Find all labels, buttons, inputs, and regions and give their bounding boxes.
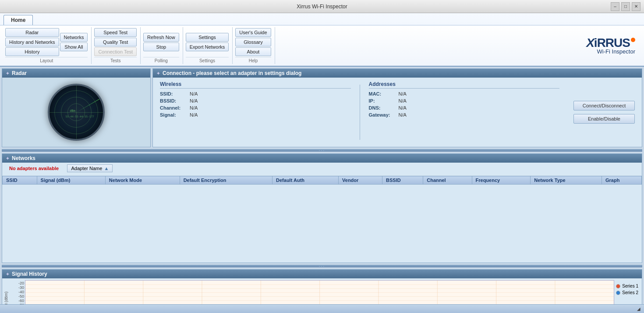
radar-body: dBm 55-44-55-44-55-177 xyxy=(2,78,150,147)
layout-label: Layout xyxy=(5,57,88,63)
col-vendor: Vendor xyxy=(339,176,382,185)
addresses-header: Addresses xyxy=(369,81,560,89)
logo-container: XiRRUS Wi-Fi Inspector xyxy=(586,37,635,55)
polling-col: Refresh Now Stop xyxy=(143,33,179,51)
series2-dot xyxy=(616,291,620,295)
show-all-button[interactable]: Show All xyxy=(60,43,88,51)
bottom-resizer[interactable] xyxy=(2,265,642,267)
col-bssid: BSSID xyxy=(382,176,423,185)
radar-title: Radar xyxy=(12,70,27,76)
adapter-sort-button[interactable]: Adapter Name ▲ xyxy=(67,164,113,172)
ssid-label: SSID: xyxy=(160,91,186,96)
connection-body: Wireless SSID: N/A BSSID: N/A Channel: N… xyxy=(153,78,566,147)
status-bar: ◢ xyxy=(0,304,644,313)
networks-header: ✦ Networks xyxy=(2,154,642,163)
logo-name: XiRRUS xyxy=(586,37,635,49)
history-button[interactable]: History xyxy=(5,47,59,56)
connection-collapse-icon[interactable]: ✦ xyxy=(156,71,160,76)
bssid-value: N/A xyxy=(190,98,198,103)
tests-buttons: Speed Test Quality Test Connection Test xyxy=(94,28,137,56)
settings-button[interactable]: Settings xyxy=(186,33,229,42)
ribbon-content: Radar History and Networks History Netwo… xyxy=(0,25,644,66)
signal-label: Signal: xyxy=(160,112,186,117)
gateway-value: N/A xyxy=(399,112,407,117)
about-button[interactable]: About xyxy=(235,47,271,56)
export-networks-button[interactable]: Export Networks xyxy=(186,43,229,51)
speed-test-button[interactable]: Speed Test xyxy=(94,28,137,37)
tests-col: Speed Test Quality Test Connection Test xyxy=(94,28,137,56)
y-val-0: -20 xyxy=(13,281,24,285)
connection-panel: ✦ Connection - please select an adapter … xyxy=(152,68,642,147)
legend-series2: Series 2 xyxy=(616,290,638,295)
enable-disable-button[interactable]: Enable/Disable xyxy=(573,114,635,124)
networks-table: SSID Signal (dBm) Network Mode Default E… xyxy=(2,176,642,185)
y-val-1: -30 xyxy=(13,285,24,290)
history-and-networks-button[interactable]: History and Networks xyxy=(5,38,59,46)
col-channel: Channel xyxy=(423,176,472,185)
help-col: User's Guide Glossary About xyxy=(235,28,271,56)
top-resizer[interactable] xyxy=(2,149,642,152)
sort-arrow-icon: ▲ xyxy=(104,166,109,171)
col-graph: Graph xyxy=(602,176,641,185)
y-val-3: -50 xyxy=(13,294,24,299)
radar-button[interactable]: Radar xyxy=(5,28,59,37)
polling-label: Polling xyxy=(143,57,179,63)
col-default-encryption: Default Encryption xyxy=(180,176,272,185)
mac-label: MAC: xyxy=(369,91,395,96)
logo-x: X xyxy=(586,36,594,50)
dns-label: DNS: xyxy=(369,105,395,110)
networks-collapse-icon[interactable]: ✦ xyxy=(6,156,9,161)
dns-row: DNS: N/A xyxy=(369,105,560,110)
ribbon-group-layout: Radar History and Networks History Netwo… xyxy=(4,27,92,64)
status-corner: ◢ xyxy=(637,306,640,311)
refresh-now-button[interactable]: Refresh Now xyxy=(143,33,179,42)
tab-home[interactable]: Home xyxy=(4,15,33,25)
gateway-label: Gateway: xyxy=(369,112,395,117)
series2-label: Series 2 xyxy=(622,290,638,295)
settings-col: Settings Export Networks xyxy=(186,33,229,51)
ribbon-group-help: User's Guide Glossary About Help xyxy=(234,27,275,64)
wireless-section: Wireless SSID: N/A BSSID: N/A Channel: N… xyxy=(160,81,351,143)
networks-controls: No adapters available Adapter Name ▲ xyxy=(2,163,642,176)
connection-content: Wireless SSID: N/A BSSID: N/A Channel: N… xyxy=(153,78,642,147)
series1-dot xyxy=(616,284,620,288)
channel-label: Channel: xyxy=(160,105,186,110)
gateway-row: Gateway: N/A xyxy=(369,112,560,117)
xirrus-logo: XiRRUS Wi-Fi Inspector xyxy=(586,27,640,64)
minimize-button[interactable]: – xyxy=(611,2,619,11)
close-button[interactable]: ✕ xyxy=(632,2,640,11)
mac-row: MAC: N/A xyxy=(369,91,560,96)
help-buttons: User's Guide Glossary About xyxy=(235,28,271,56)
logo-dot xyxy=(631,38,635,42)
ip-row: IP: N/A xyxy=(369,98,560,103)
radar-collapse-icon[interactable]: ✦ xyxy=(6,71,9,76)
main-content: ✦ Radar dBm 55-44-55-44-55-177 xyxy=(0,67,644,313)
top-row: ✦ Radar dBm 55-44-55-44-55-177 xyxy=(2,68,642,147)
networks-button[interactable]: Networks xyxy=(60,33,88,42)
col-default-auth: Default Auth xyxy=(272,176,339,185)
ip-label: IP: xyxy=(369,98,395,103)
networks-table-container: SSID Signal (dBm) Network Mode Default E… xyxy=(2,176,642,263)
settings-buttons: Settings Export Networks xyxy=(186,28,229,56)
section-divider xyxy=(360,85,360,140)
connection-title: Connection - please select an adapter in… xyxy=(163,70,301,76)
layout-buttons: Radar History and Networks History Netwo… xyxy=(5,28,88,56)
history-collapse-icon[interactable]: ✦ xyxy=(6,272,9,277)
addresses-section: Addresses MAC: N/A IP: N/A DNS: N/A xyxy=(369,81,560,143)
y-val-4: -60 xyxy=(13,299,24,303)
connect-disconnect-button[interactable]: Connect/Disconnect xyxy=(573,101,635,110)
maximize-button[interactable]: □ xyxy=(621,2,630,11)
radar-panel: ✦ Radar dBm 55-44-55-44-55-177 xyxy=(2,68,151,147)
dns-value: N/A xyxy=(399,105,407,110)
glossary-button[interactable]: Glossary xyxy=(235,38,271,46)
signal-value: N/A xyxy=(190,112,198,117)
stop-button[interactable]: Stop xyxy=(143,43,179,51)
connection-action-buttons: Connect/Disconnect Enable/Disable xyxy=(566,78,642,147)
quality-test-button[interactable]: Quality Test xyxy=(94,38,137,46)
users-guide-button[interactable]: User's Guide xyxy=(235,28,271,37)
radar-header: ✦ Radar xyxy=(2,69,150,78)
col-ssid: SSID xyxy=(3,176,37,185)
signal-row: Signal: N/A xyxy=(160,112,351,117)
bssid-label: BSSID: xyxy=(160,98,186,103)
ip-value: N/A xyxy=(399,98,407,103)
